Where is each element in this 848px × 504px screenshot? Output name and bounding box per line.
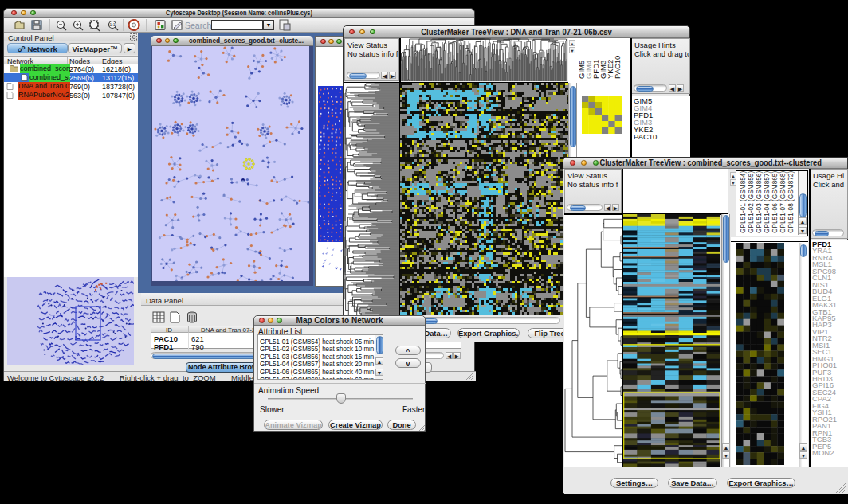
svg-text:1:1: 1:1 [110,22,116,27]
